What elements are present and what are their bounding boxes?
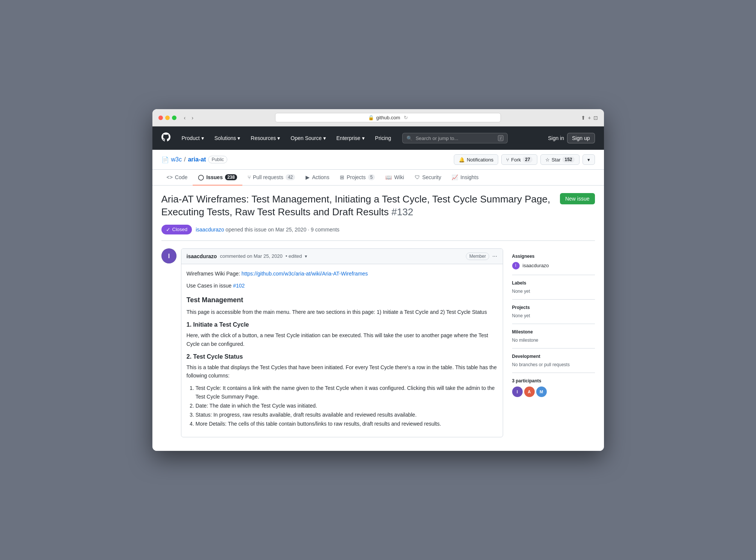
notifications-button[interactable]: 🔔 Notifications (454, 154, 498, 165)
auth-buttons: Sign in Sign up (548, 133, 595, 143)
tab-wiki[interactable]: 📖 Wiki (380, 170, 409, 186)
svg-text:I: I (168, 253, 169, 259)
sidebar-milestone: Milestone No milestone (512, 324, 595, 348)
development-label: Development (512, 354, 595, 359)
use-cases-ref[interactable]: #102 (233, 283, 245, 289)
nav-item-product[interactable]: Product ▾ (179, 134, 206, 143)
milestone-value: No milestone (512, 338, 595, 343)
minimize-button[interactable] (165, 116, 170, 120)
feature-list: Test Cycle: It contains a link with the … (196, 384, 497, 429)
assignee-name[interactable]: isaacdurazo (523, 263, 549, 268)
traffic-lights (158, 116, 176, 120)
chevron-down-icon: ▾ (362, 135, 365, 141)
labels-label: Labels (512, 280, 595, 286)
repo-actions: 🔔 Notifications ⑂ Fork 27 ☆ Star 152 ▾ (454, 154, 595, 165)
star-button[interactable]: ☆ Star 152 (540, 154, 580, 165)
projects-label: Projects (512, 305, 595, 310)
star-icon: ☆ (545, 157, 550, 163)
signup-button[interactable]: Sign up (567, 133, 595, 143)
repo-owner[interactable]: w3c (171, 156, 182, 163)
participants-label: 3 participants (512, 378, 595, 383)
security-icon: 🛡 (415, 174, 420, 180)
url-text: github.com (376, 115, 400, 120)
tab-projects[interactable]: ⊞ Projects 5 (335, 170, 380, 186)
sidebar-labels: Labels None yet (512, 275, 595, 300)
chevron-down-icon: ▾ (201, 135, 204, 141)
fork-button[interactable]: ⑂ Fork 27 (501, 154, 537, 165)
issue-main: I isaacdurazo commented on Mar 25, 2020 … (161, 248, 503, 443)
participant-avatar-2: A (524, 387, 535, 397)
more-button[interactable]: ▾ (583, 154, 595, 165)
tab-security[interactable]: 🛡 Security (409, 170, 447, 186)
use-cases-line: Use Cases in issue #102 (187, 282, 497, 290)
more-actions[interactable]: ··· (492, 253, 497, 260)
bell-icon: 🔔 (459, 157, 465, 163)
address-bar[interactable]: 🔒 github.com ↻ (275, 113, 501, 122)
list-item: More Details: The cells of this table co… (196, 420, 497, 429)
tab-pull-requests[interactable]: ⑂ Pull requests 42 (242, 170, 300, 186)
status-badge: ✓ Closed (161, 225, 192, 234)
insights-icon: 📈 (452, 174, 458, 180)
wiki-line: Wireframes Wiki Page: https://github.com… (187, 269, 497, 278)
address-bar-wrapper: 🔒 github.com ↻ (198, 113, 578, 122)
code-icon: <> (167, 174, 173, 180)
search-box[interactable]: 🔍 Search or jump to... / (402, 133, 508, 143)
comment-date: commented on Mar 25, 2020 (220, 253, 282, 259)
development-value: No branches or pull requests (512, 362, 595, 367)
author-avatar: I (161, 248, 176, 263)
search-icon: 🔍 (406, 135, 412, 141)
fork-count: 27 (523, 157, 532, 163)
pr-count: 42 (286, 174, 295, 180)
tab-actions[interactable]: ▶ Actions (300, 170, 335, 186)
github-logo[interactable] (161, 132, 170, 144)
new-issue-button[interactable]: New issue (560, 193, 595, 204)
projects-icon: ⊞ (340, 174, 344, 180)
issues-count: 238 (225, 174, 237, 180)
repo-name[interactable]: aria-at (188, 156, 206, 163)
nav-item-solutions[interactable]: Solutions ▾ (212, 134, 243, 143)
repo-tabs: <> Code ◯ Issues 238 ⑂ Pull requests 42 … (152, 170, 604, 186)
share-icon: ⬆ (581, 115, 586, 121)
nav-item-open-source[interactable]: Open Source ▾ (288, 134, 328, 143)
nav-item-resources[interactable]: Resources ▾ (248, 134, 282, 143)
back-button[interactable]: ‹ (183, 114, 187, 122)
maximize-button[interactable] (172, 116, 176, 120)
repo-header: 📄 w3c / aria-at Public 🔔 Notifications ⑂… (152, 150, 604, 170)
forward-button[interactable]: › (190, 114, 195, 122)
chevron-down-icon: ▾ (237, 135, 240, 141)
browser-window: ‹ › 🔒 github.com ↻ ⬆ + ⊡ Product (152, 109, 604, 450)
fork-icon: ⑂ (506, 157, 509, 163)
comment-box: I isaacdurazo commented on Mar 25, 2020 … (161, 248, 503, 437)
signin-button[interactable]: Sign in (548, 135, 564, 141)
assignees-label: Assignees (512, 254, 595, 259)
comment-header: isaacdurazo commented on Mar 25, 2020 • … (181, 249, 503, 264)
chevron-down-icon: ▾ (277, 135, 280, 141)
check-icon: ✓ (166, 227, 170, 233)
wiki-link[interactable]: https://github.com/w3c/aria-at/wiki/Aria… (242, 271, 368, 277)
comment-body: Wireframes Wiki Page: https://github.com… (181, 264, 503, 437)
milestone-label: Milestone (512, 329, 595, 335)
sidebar-assignees: Assignees I isaacdurazo (512, 248, 595, 275)
close-button[interactable] (158, 116, 163, 120)
subsection1-body: Here, with the click of a button, a new … (187, 331, 497, 348)
repo-icon: 📄 (161, 156, 169, 163)
issue-body-layout: I isaacdurazo commented on Mar 25, 2020 … (161, 248, 595, 443)
list-item: Date: The date in which the Test Cycle w… (196, 402, 497, 411)
sidebar-participants: 3 participants I A M (512, 373, 595, 402)
nav-item-enterprise[interactable]: Enterprise ▾ (334, 134, 367, 143)
breadcrumb-separator: / (184, 156, 186, 163)
tab-code[interactable]: <> Code (161, 170, 193, 186)
tab-issues[interactable]: ◯ Issues 238 (193, 170, 242, 186)
issue-meta-text: isaacdurazo opened this issue on Mar 25,… (196, 227, 339, 233)
nav-item-pricing[interactable]: Pricing (373, 134, 394, 143)
main-content: Aria-AT Wireframes: Test Management, Ini… (152, 186, 604, 450)
labels-value: None yet (512, 289, 595, 294)
author-link[interactable]: isaacdurazo (196, 227, 224, 233)
comment-edited: • edited (286, 253, 302, 259)
comment-content: isaacdurazo commented on Mar 25, 2020 • … (181, 248, 503, 437)
list-item: Status: In progress, raw results availab… (196, 411, 497, 420)
participant-avatar-3: M (536, 387, 547, 397)
issue-header: Aria-AT Wireframes: Test Management, Ini… (161, 193, 595, 219)
comment-author[interactable]: isaacdurazo (187, 253, 217, 259)
tab-insights[interactable]: 📈 Insights (446, 170, 484, 186)
